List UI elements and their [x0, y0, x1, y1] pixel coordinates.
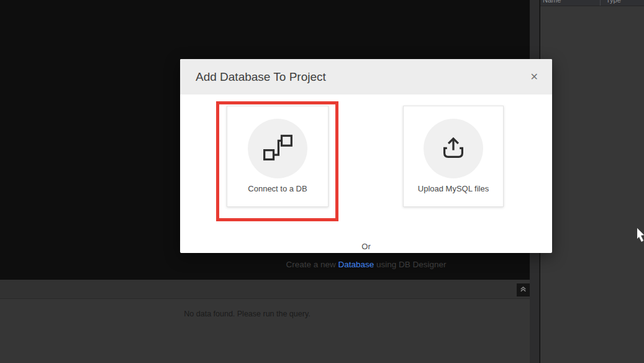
- modal-title: Add Database To Project: [196, 59, 326, 94]
- database-designer-link[interactable]: Database: [338, 260, 374, 269]
- create-text-prefix: Create a new: [286, 260, 338, 269]
- upload-mysql-card[interactable]: Upload MySQL files: [403, 106, 504, 207]
- column-header-name: Name: [543, 0, 561, 4]
- create-text-suffix: using DB Designer: [374, 260, 446, 269]
- collapse-panel-button[interactable]: [517, 283, 530, 296]
- or-separator: Or: [180, 242, 552, 251]
- results-panel: No data found. Please run the query.: [0, 280, 530, 363]
- modal-body: Connect to a DB Upload MySQL files Or Cr…: [180, 94, 552, 253]
- double-chevron-up-icon: [519, 284, 528, 296]
- connect-to-db-card[interactable]: Connect to a DB: [227, 106, 329, 207]
- schema-table-header: Name Type: [540, 0, 644, 6]
- schema-sidebar: Name Type: [540, 0, 644, 363]
- upload-icon: [437, 131, 469, 166]
- results-content: No data found. Please run the query.: [0, 300, 530, 363]
- column-divider: [600, 0, 601, 6]
- results-toolbar: [0, 280, 530, 299]
- icon-circle: [424, 119, 483, 178]
- column-header-type: Type: [606, 0, 621, 4]
- app-window: No data found. Please run the query. Nam…: [0, 0, 644, 363]
- close-icon[interactable]: ✕: [530, 59, 538, 94]
- connect-card-label: Connect to a DB: [227, 184, 328, 193]
- db-connect-icon: [261, 131, 294, 166]
- empty-results-message: No data found. Please run the query.: [0, 310, 494, 318]
- add-database-modal: Add Database To Project ✕ Connect to a D…: [180, 59, 552, 253]
- create-database-line: Create a new Database using DB Designer: [180, 260, 552, 269]
- modal-header: Add Database To Project ✕: [180, 59, 552, 94]
- icon-circle: [248, 119, 307, 178]
- upload-card-label: Upload MySQL files: [404, 184, 503, 193]
